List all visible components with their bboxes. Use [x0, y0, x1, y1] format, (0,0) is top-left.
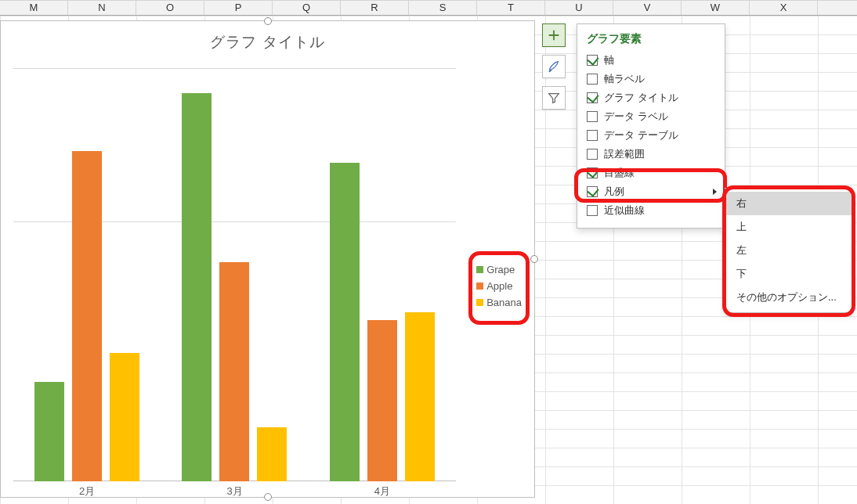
chart-elements-button[interactable] — [542, 23, 566, 47]
column-header[interactable]: N — [68, 1, 136, 15]
bar-banana[interactable] — [405, 312, 435, 481]
bar-group — [309, 163, 456, 481]
column-header[interactable]: P — [204, 1, 273, 15]
chart-side-tools — [542, 23, 566, 110]
flyout-item-label: グラフ タイトル — [604, 91, 678, 105]
annotation-highlight-submenu — [722, 185, 855, 317]
checkbox-icon[interactable] — [587, 149, 598, 160]
bar-grape[interactable] — [330, 163, 360, 481]
bar-apple[interactable] — [219, 262, 249, 481]
x-tick-label: 3月 — [161, 484, 308, 499]
checkbox-icon[interactable] — [587, 111, 598, 122]
column-header[interactable]: O — [136, 1, 204, 15]
flyout-item-2[interactable]: グラフ タイトル — [587, 88, 717, 107]
brush-icon — [547, 59, 561, 74]
bar-apple[interactable] — [367, 320, 397, 481]
flyout-title: グラフ要素 — [587, 32, 717, 46]
column-header[interactable]: M — [0, 1, 68, 15]
flyout-item-label: データ テーブル — [604, 128, 678, 142]
resize-handle-top[interactable] — [264, 17, 272, 25]
flyout-item-label: データ ラベル — [604, 110, 668, 124]
column-header[interactable]: T — [477, 1, 545, 15]
bar-group — [13, 151, 161, 481]
x-axis-labels: 2月3月4月 — [13, 484, 456, 499]
x-tick-label: 4月 — [309, 484, 456, 499]
flyout-item-8[interactable]: 近似曲線 — [587, 201, 717, 220]
flyout-item-5[interactable]: 誤差範囲 — [587, 145, 717, 164]
annotation-highlight-legend-option — [574, 168, 727, 203]
column-headers: MNOPQRSTUVWX — [0, 0, 857, 16]
bar-grape[interactable] — [34, 382, 64, 481]
column-header[interactable]: R — [341, 1, 409, 15]
chart-title[interactable]: グラフ タイトル — [1, 21, 534, 52]
flyout-item-label: 軸ラベル — [604, 72, 645, 86]
flyout-item-4[interactable]: データ テーブル — [587, 126, 717, 145]
flyout-item-1[interactable]: 軸ラベル — [587, 70, 717, 88]
filter-icon — [547, 91, 561, 105]
column-header[interactable]: S — [409, 1, 477, 15]
resize-handle-right[interactable] — [530, 255, 538, 263]
column-header[interactable]: V — [613, 1, 682, 15]
chart-filters-button[interactable] — [542, 86, 566, 110]
chart-object[interactable]: グラフ タイトル 2月3月4月 Grape Apple Banana — [0, 20, 535, 498]
bar-banana[interactable] — [110, 353, 139, 481]
checkbox-icon[interactable] — [587, 74, 598, 85]
plus-icon — [547, 28, 561, 42]
chart-styles-button[interactable] — [542, 55, 566, 78]
annotation-highlight-legend — [468, 251, 530, 325]
flyout-item-3[interactable]: データ ラベル — [587, 107, 717, 126]
column-header[interactable]: Q — [273, 1, 341, 15]
flyout-item-label: 誤差範囲 — [604, 147, 645, 161]
bar-apple[interactable] — [72, 151, 102, 481]
column-header[interactable]: X — [750, 1, 818, 15]
bar-group — [161, 93, 308, 481]
bar-grape[interactable] — [182, 93, 212, 481]
column-header[interactable]: U — [545, 1, 613, 15]
flyout-item-label: 近似曲線 — [604, 203, 645, 218]
x-tick-label: 2月 — [13, 484, 161, 499]
checkbox-icon[interactable] — [587, 55, 598, 66]
bar-banana[interactable] — [257, 427, 287, 481]
flyout-item-0[interactable]: 軸 — [587, 51, 717, 70]
checkbox-icon[interactable] — [587, 92, 598, 103]
plot-area[interactable] — [13, 68, 456, 481]
column-header[interactable]: W — [682, 1, 750, 15]
checkbox-icon[interactable] — [587, 130, 598, 141]
flyout-item-label: 軸 — [604, 53, 614, 67]
checkbox-icon[interactable] — [587, 205, 598, 216]
